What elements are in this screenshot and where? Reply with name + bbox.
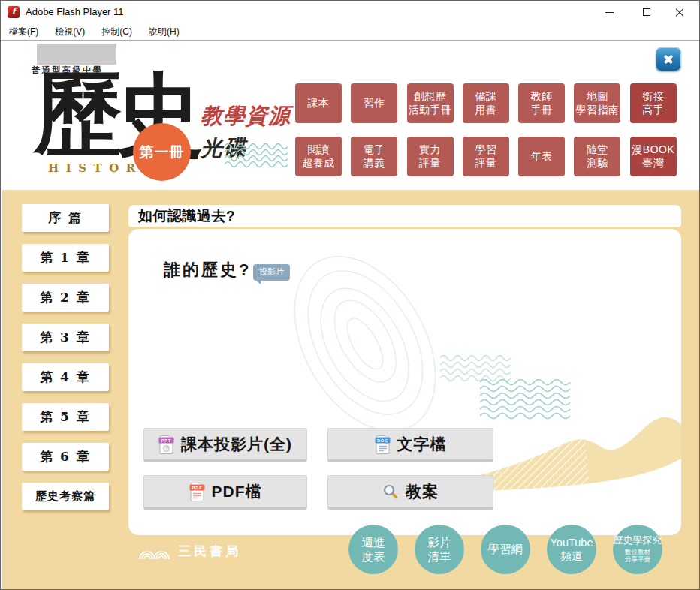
publisher-name: 三民書局 [178,543,241,560]
wave-pattern-icon [440,355,520,382]
sidebar-item-chapter-2[interactable]: 第 2 章 [22,284,109,312]
menu-file[interactable]: 檔案(F) [1,23,47,40]
video-list-circle[interactable]: 影片 清單 [415,525,464,574]
section-title: 如何認識過去? [138,206,235,226]
nav-button-textbook[interactable]: 課本 [295,83,342,123]
dialog-close-button[interactable] [656,47,681,71]
volume-badge: 第一冊 [133,123,191,181]
sidebar-item-chapter-5[interactable]: 第 5 章 [22,403,109,431]
sidebar-item-intro[interactable]: 序 篇 [22,204,109,232]
menu-bar: 檔案(F) 檢視(V) 控制(C) 說明(H) [1,23,699,41]
publisher-logo: 三民書局 [138,543,241,560]
pdf-file-label: PDF檔 [212,481,262,502]
slides-all-button[interactable]: PPT 課本投影片(全) [143,428,307,462]
window-title: Adobe Flash Player 11 [26,1,124,23]
weekly-schedule-circle[interactable]: 週進 度表 [348,525,398,574]
search-icon [382,483,399,500]
history-inquiry-subtitle: 數位教材 分享平臺 [625,548,650,564]
nav-button-activity-handbook[interactable]: 創想歷 活動手冊 [407,83,454,123]
sidebar-item-chapter-3[interactable]: 第 3 章 [22,324,109,351]
nav-button-map-study-guide[interactable]: 地圖 學習指南 [574,83,620,123]
history-inquiry-title: 歷史學探究 [614,535,662,546]
minimize-icon [605,12,614,13]
nav-button-ability-assessment[interactable]: 實力 評量 [407,137,454,176]
maximize-icon [643,8,650,16]
close-icon [674,7,685,17]
resource-label: 教學資源 [201,101,291,131]
doc-file-icon: DOC [375,435,391,454]
lesson-item-title[interactable]: 誰的歷史? [164,259,251,281]
content-panel: 誰的歷史? 投影片 PPT 課本投影片(全) DOC 文字檔 [128,229,681,535]
maximize-button[interactable] [633,1,660,23]
publisher-arcs-icon [138,543,173,560]
minimize-button[interactable] [596,1,623,23]
nav-button-comic-book-taiwan[interactable]: 漫BOOK 臺灣 [630,137,677,176]
dialog-close-icon [662,53,674,65]
flash-player-icon: f [8,6,20,18]
sidebar-item-chapter-4[interactable]: 第 4 章 [22,363,109,391]
text-file-button[interactable]: DOC 文字檔 [327,428,493,462]
nav-button-lesson-prep-book[interactable]: 備課 用書 [463,83,509,123]
svg-text:PPT: PPT [161,438,172,442]
menu-view[interactable]: 檢視(V) [47,23,93,40]
nav-button-workbook[interactable]: 習作 [351,83,397,123]
nav-button-reading-training[interactable]: 閱讀 超養成 [295,137,342,176]
nav-button-timeline[interactable]: 年表 [518,137,565,176]
learning-site-circle[interactable]: 學習網 [481,525,530,574]
lesson-plan-label: 教案 [406,481,439,502]
nav-button-quiz[interactable]: 隨堂 測驗 [574,137,620,176]
resource-nav-grid: 課本 習作 創想歷 活動手冊 備課 用書 教師 手冊 地圖 學習指南 銜接 高手… [295,83,680,176]
title-bar: f Adobe Flash Player 11 [1,1,699,23]
sidebar-item-chapter-1[interactable]: 第 1 章 [22,244,109,272]
youtube-channel-circle[interactable]: YouTube 頻道 [547,525,596,574]
lesson-plan-button[interactable]: 教案 [327,475,493,510]
nav-button-bridging-master[interactable]: 銜接 高手 [630,83,677,123]
slideshow-tag-badge: 投影片 [253,264,290,281]
section-title-bar: 如何認識過去? [128,205,681,227]
pdf-file-icon: PDF [189,482,205,501]
pdf-file-button[interactable]: PDF PDF檔 [143,475,307,510]
nav-button-learning-assessment[interactable]: 學習 評量 [463,137,509,176]
svg-text:DOC: DOC [376,438,388,442]
sidebar-item-chapter-6[interactable]: 第 6 章 [22,443,109,471]
sidebar-item-field-study[interactable]: 歷史考察篇 [22,483,109,510]
svg-text:PDF: PDF [192,485,202,489]
close-button[interactable] [666,1,693,23]
nav-button-teacher-manual[interactable]: 教師 手冊 [518,83,565,123]
history-inquiry-circle[interactable]: 歷史學探究 數位教材 分享平臺 [613,525,662,574]
wave-pattern-icon [225,143,295,169]
flash-player-window: f Adobe Flash Player 11 檔案(F) 檢視(V) 控制(C… [0,0,700,590]
text-file-label: 文字檔 [397,434,447,455]
ppt-file-icon: PPT [158,435,174,454]
menu-control[interactable]: 控制(C) [93,23,140,40]
nav-button-e-handouts[interactable]: 電子 講義 [351,137,397,176]
menu-help[interactable]: 說明(H) [140,23,188,40]
slides-all-label: 課本投影片(全) [181,434,292,455]
